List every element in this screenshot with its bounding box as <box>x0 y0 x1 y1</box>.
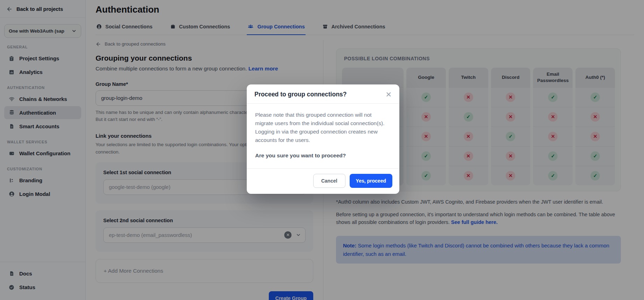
modal-question: Are you sure you want to proceed? <box>255 151 391 160</box>
modal-title: Proceed to group connections? <box>254 91 347 98</box>
proceed-modal: Proceed to group connections? ✕ Please n… <box>247 84 399 194</box>
cancel-button[interactable]: Cancel <box>313 174 345 188</box>
confirm-button[interactable]: Yes, proceed <box>350 174 392 188</box>
close-icon[interactable]: ✕ <box>382 91 392 98</box>
modal-body-text: Please note that this grouped connection… <box>255 111 391 144</box>
